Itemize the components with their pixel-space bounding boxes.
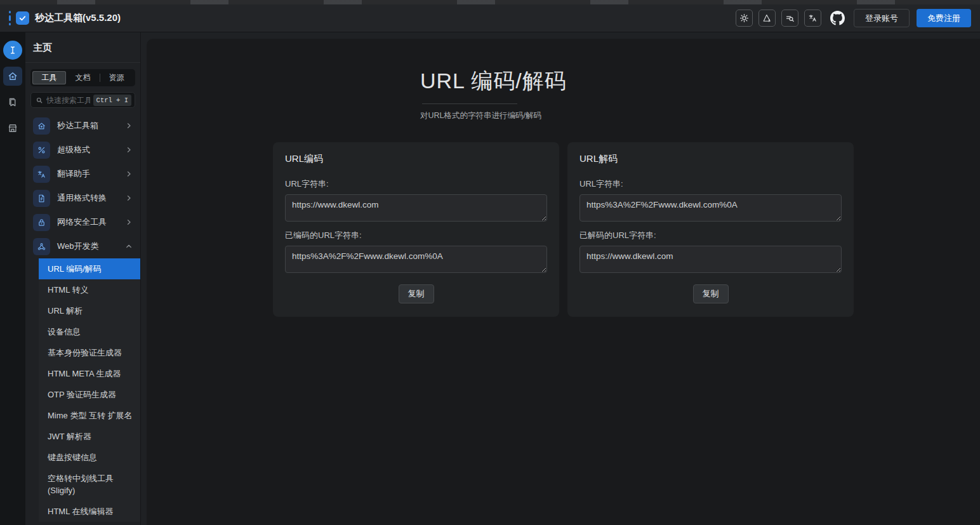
submenu-item-jwt-parser[interactable]: JWT 解析器 bbox=[39, 426, 140, 447]
tab-docs[interactable]: 文档 bbox=[66, 71, 100, 84]
text-cursor-icon bbox=[8, 45, 18, 55]
sidebar-menu: 秒达工具箱 超级格式 翻译助手 通 bbox=[25, 114, 140, 525]
home-icon bbox=[33, 117, 50, 135]
rail-store-button[interactable] bbox=[3, 119, 22, 138]
rail-bookmark-button[interactable] bbox=[3, 93, 22, 112]
github-icon bbox=[830, 11, 845, 25]
title-divider bbox=[422, 103, 517, 104]
store-icon bbox=[7, 123, 18, 134]
webdev-submenu: URL 编码/解码 HTML 转义 URL 解析 设备信息 基本身份验证生成器 … bbox=[39, 258, 140, 522]
decode-copy-button[interactable]: 复制 bbox=[693, 284, 729, 303]
decode-output-label: 已解码的URL字符串: bbox=[579, 230, 842, 241]
chevron-right-icon bbox=[125, 218, 133, 226]
chevron-right-icon bbox=[125, 122, 133, 130]
content-panel: URL 编码/解码 对URL格式的字符串进行编码/解码 URL编码 URL字符串… bbox=[147, 39, 980, 525]
group-label: 翻译助手 bbox=[57, 168, 90, 180]
sidebar-group-super-format[interactable]: 超级格式 bbox=[25, 138, 140, 162]
main-area: URL 编码/解码 对URL格式的字符串进行编码/解码 URL编码 URL字符串… bbox=[141, 32, 980, 525]
submenu-item-keyboard-info[interactable]: 键盘按键信息 bbox=[39, 447, 140, 468]
submenu-item-html-meta-generator[interactable]: HTML META 生成器 bbox=[39, 363, 140, 384]
search-input[interactable] bbox=[46, 96, 90, 105]
page-subtitle: 对URL格式的字符串进行编码/解码 bbox=[420, 110, 980, 121]
logo-check-icon bbox=[16, 11, 29, 25]
submenu-item-basic-auth-generator[interactable]: 基本身份验证生成器 bbox=[39, 342, 140, 363]
sun-icon bbox=[739, 13, 749, 23]
sidebar-group-translate-assistant[interactable]: 翻译助手 bbox=[25, 162, 140, 186]
submenu-item-url-encode-decode[interactable]: URL 编码/解码 bbox=[39, 258, 140, 279]
submenu-item-url-parse[interactable]: URL 解析 bbox=[39, 300, 140, 321]
sidebar-tabs: 工具 文档 资源 bbox=[30, 69, 135, 86]
page-title: URL 编码/解码 bbox=[420, 67, 980, 96]
cropped-underlying-page-strip bbox=[0, 0, 980, 4]
percent-tools-icon bbox=[33, 142, 50, 159]
decode-output-textarea[interactable]: https://www.dkewl.com bbox=[579, 246, 842, 273]
group-label: 超级格式 bbox=[57, 144, 90, 156]
triangle-flash-icon bbox=[762, 13, 772, 23]
sidebar-group-miaoda-toolbox[interactable]: 秒达工具箱 bbox=[25, 114, 140, 138]
sidebar: 主页 工具 文档 资源 Ctrl + I 秒达工具箱 bbox=[25, 32, 141, 525]
translate-icon bbox=[33, 166, 50, 183]
encode-output-label: 已编码的URL字符串: bbox=[285, 230, 547, 241]
search-tools-button[interactable] bbox=[781, 10, 798, 27]
encode-copy-button[interactable]: 复制 bbox=[399, 284, 434, 303]
login-button[interactable]: 登录账号 bbox=[854, 9, 910, 27]
encode-input-textarea[interactable]: https://www.dkewl.com bbox=[285, 194, 547, 222]
logo-dashes-icon bbox=[9, 11, 11, 25]
chevron-right-icon bbox=[125, 146, 133, 154]
encode-output-textarea[interactable]: https%3A%2F%2Fwww.dkewl.com%0A bbox=[285, 246, 547, 273]
translate-button[interactable] bbox=[804, 10, 821, 27]
encode-input-label: URL字符串: bbox=[285, 178, 547, 190]
list-search-icon bbox=[785, 13, 795, 23]
submenu-item-html-escape[interactable]: HTML 转义 bbox=[39, 279, 140, 300]
decode-input-textarea[interactable]: https%3A%2F%2Fwww.dkewl.com%0A bbox=[579, 194, 842, 222]
sidebar-group-network-security[interactable]: 网络安全工具 bbox=[25, 210, 140, 234]
submenu-item-mime-type[interactable]: Mime 类型 互转 扩展名 bbox=[39, 405, 140, 426]
bookmark-icon bbox=[7, 96, 18, 108]
register-button[interactable]: 免费注册 bbox=[917, 9, 971, 27]
sidebar-group-format-convert[interactable]: 通用格式转换 bbox=[25, 186, 140, 210]
app-logo bbox=[9, 11, 29, 25]
app-title: 秒达工具箱(v5.5.20) bbox=[35, 12, 121, 24]
app-header: 秒达工具箱(v5.5.20) bbox=[0, 4, 980, 32]
search-icon bbox=[36, 96, 43, 104]
tab-tools[interactable]: 工具 bbox=[32, 71, 66, 84]
group-label: Web开发类 bbox=[57, 241, 99, 252]
icon-rail bbox=[0, 32, 25, 525]
submenu-item-device-info[interactable]: 设备信息 bbox=[39, 321, 140, 342]
home-icon bbox=[7, 70, 18, 82]
url-decode-card: URL解码 URL字符串: https%3A%2F%2Fwww.dkewl.co… bbox=[567, 142, 854, 317]
github-link[interactable] bbox=[828, 9, 847, 27]
webhook-icon bbox=[33, 238, 50, 255]
encode-card-title: URL编码 bbox=[285, 153, 547, 165]
group-label: 网络安全工具 bbox=[57, 216, 107, 228]
sidebar-group-web-dev[interactable]: Web开发类 bbox=[25, 234, 140, 258]
rail-home-button[interactable] bbox=[3, 67, 22, 86]
chevron-right-icon bbox=[125, 170, 133, 178]
theme-toggle-button[interactable] bbox=[736, 10, 753, 27]
sidebar-home-title: 主页 bbox=[25, 32, 140, 63]
submenu-item-html-editor[interactable]: HTML 在线编辑器 bbox=[39, 501, 140, 522]
user-avatar[interactable] bbox=[3, 41, 22, 60]
url-encode-card: URL编码 URL字符串: https://www.dkewl.com 已编码的… bbox=[273, 142, 559, 317]
group-label: 秒达工具箱 bbox=[57, 120, 98, 131]
tool-search-box[interactable]: Ctrl + I bbox=[30, 92, 135, 108]
decode-card-title: URL解码 bbox=[579, 153, 842, 165]
chevron-up-icon bbox=[125, 243, 133, 250]
lock-icon bbox=[33, 214, 50, 231]
group-label: 通用格式转换 bbox=[57, 192, 107, 204]
translate-icon bbox=[808, 13, 818, 23]
doc-convert-icon bbox=[33, 190, 50, 207]
chevron-right-icon bbox=[125, 194, 133, 202]
submenu-item-otp-generator[interactable]: OTP 验证码生成器 bbox=[39, 384, 140, 405]
decode-input-label: URL字符串: bbox=[579, 178, 842, 190]
submenu-item-sligify[interactable]: 空格转中划线工具 (Sligify) bbox=[39, 468, 140, 501]
search-shortcut-badge: Ctrl + I bbox=[93, 95, 131, 106]
ruler-flash-button[interactable] bbox=[758, 10, 776, 27]
tab-resources[interactable]: 资源 bbox=[100, 71, 133, 84]
